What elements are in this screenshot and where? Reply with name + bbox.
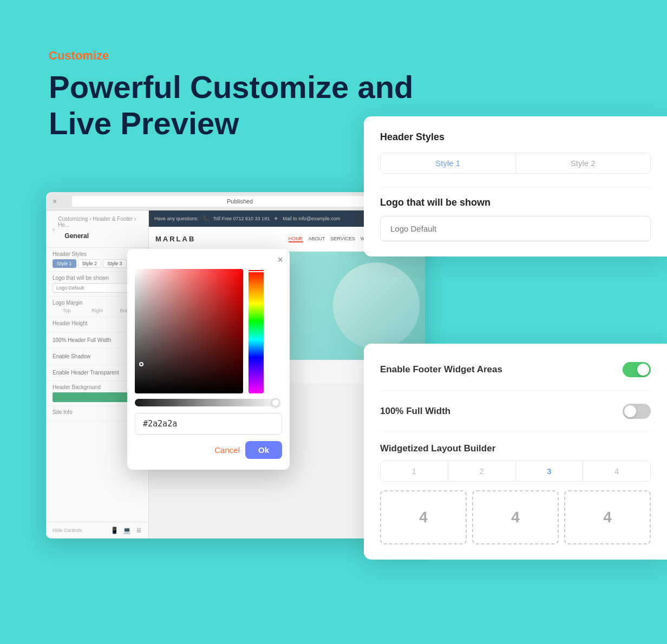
sidebar-icon-mobile[interactable]: 📱: [110, 527, 119, 534]
color-picker-close-icon[interactable]: ×: [277, 254, 283, 266]
widget-boxes: 4 4 4: [380, 490, 651, 544]
sidebar-hide-controls[interactable]: Hide Controls: [53, 528, 82, 533]
site-toll-free: Toll Free 0712 610 33 181: [213, 216, 270, 221]
footer-divider-1: [380, 390, 651, 391]
site-nav-about[interactable]: ABOUT: [309, 236, 325, 242]
sidebar-margin-top: Top: [53, 308, 81, 313]
hero-section: Customize Powerful Customize and Live Pr…: [49, 49, 414, 141]
enable-footer-toggle-row: Enable Footer Widget Areas: [380, 359, 651, 380]
full-width-label: 100% Full Width: [380, 406, 450, 417]
color-picker-body: [127, 269, 290, 393]
site-nav-home[interactable]: HOME: [289, 236, 303, 242]
sidebar-general-label: General: [58, 228, 142, 242]
color-gradient-overlay: [135, 269, 243, 393]
card-divider: [380, 187, 651, 187]
site-mail-text: Mail to info@example.com: [283, 216, 340, 221]
sidebar-style2-btn[interactable]: Style 2: [78, 259, 102, 268]
slider-thumb: [271, 398, 280, 407]
style-tab-2[interactable]: Style 2: [516, 153, 651, 173]
color-picker-header: ×: [127, 249, 290, 269]
back-arrow-icon: ‹: [53, 225, 55, 233]
logo-input-field[interactable]: [380, 216, 651, 241]
site-questions-text: Have any questions:: [154, 216, 199, 221]
color-picker-cursor: [139, 362, 143, 366]
sidebar-icon-tablet[interactable]: 💻: [123, 527, 131, 534]
style-tabs: Style 1 Style 2: [380, 153, 651, 174]
widget-builder-title: Widgetized Layout Builder: [380, 443, 651, 454]
color-picker-ok-btn[interactable]: Ok: [245, 441, 282, 459]
widget-box-3: 4: [564, 490, 651, 544]
widget-tab-4[interactable]: 4: [583, 461, 650, 481]
enable-footer-toggle[interactable]: [623, 362, 651, 377]
logo-section-title: Logo that will be shown: [380, 197, 651, 208]
sidebar-icon-desktop[interactable]: 🖥: [135, 527, 142, 534]
widget-box-2: 4: [472, 490, 559, 544]
browser-close-icon[interactable]: ×: [53, 197, 57, 206]
widget-num-tabs: 1 2 3 4: [380, 461, 651, 482]
footer-divider-2: [380, 432, 651, 432]
sidebar-back-nav[interactable]: ‹ Customizing › Header & Footer › He... …: [46, 211, 148, 248]
header-styles-title: Header Styles: [380, 132, 651, 143]
toggle-thumb-on: [637, 364, 649, 376]
site-hero-people-img: [333, 262, 420, 349]
toggle-thumb-off: [624, 405, 636, 417]
color-picker-cancel-btn[interactable]: Cancel: [214, 445, 240, 455]
widget-tab-3[interactable]: 3: [516, 461, 584, 481]
sidebar-style3-btn[interactable]: Style 3: [103, 259, 127, 268]
full-width-toggle[interactable]: [623, 404, 651, 419]
sidebar-full-width-label: 100% Header Full Width: [53, 337, 111, 343]
site-logo: MARLAB: [155, 235, 195, 243]
full-width-toggle-row: 100% Full Width: [380, 400, 651, 422]
color-spectrum-cursor: [247, 269, 265, 272]
hero-title: Powerful Customize and Live Preview: [49, 69, 414, 141]
sidebar-breadcrumb: Customizing › Header & Footer › He...: [58, 216, 142, 228]
color-picker-buttons: Cancel Ok: [127, 435, 290, 459]
enable-footer-label: Enable Footer Widget Areas: [380, 364, 502, 375]
sidebar-shadow-label: Enable Shadow: [53, 353, 90, 359]
color-picker-slider-row: [127, 393, 290, 409]
sidebar-footer-icons: 📱 💻 🖥: [110, 527, 142, 534]
sidebar-margin-right: Right: [83, 308, 111, 313]
site-phone-icon: 📞: [203, 216, 209, 221]
widget-tab-2[interactable]: 2: [448, 461, 516, 481]
color-picker-popup: × Cancel Ok: [127, 249, 290, 470]
widget-tab-1[interactable]: 1: [381, 461, 448, 481]
color-hex-input[interactable]: [135, 413, 282, 435]
sidebar-transparent-label: Enable Header Transparent: [53, 370, 119, 376]
color-opacity-slider[interactable]: [135, 399, 282, 406]
widget-box-1: 4: [380, 490, 467, 544]
site-plane-icon: ✈: [274, 216, 278, 221]
color-gradient-box[interactable]: [135, 269, 243, 393]
header-styles-card: Header Styles Style 1 Style 2 Logo that …: [364, 116, 667, 257]
color-spectrum-bar[interactable]: [249, 269, 264, 393]
sidebar-style1-btn[interactable]: Style 1: [53, 259, 76, 268]
footer-widget-card: Enable Footer Widget Areas 100% Full Wid…: [364, 344, 667, 560]
site-nav-services[interactable]: SERVICES: [331, 236, 355, 242]
style-tab-1[interactable]: Style 1: [381, 153, 516, 173]
browser-url-bar: Published: [72, 196, 408, 207]
color-hex-row: [127, 409, 290, 435]
hero-label: Customize: [49, 49, 414, 63]
sidebar-footer: Hide Controls 📱 💻 🖥: [46, 522, 148, 538]
